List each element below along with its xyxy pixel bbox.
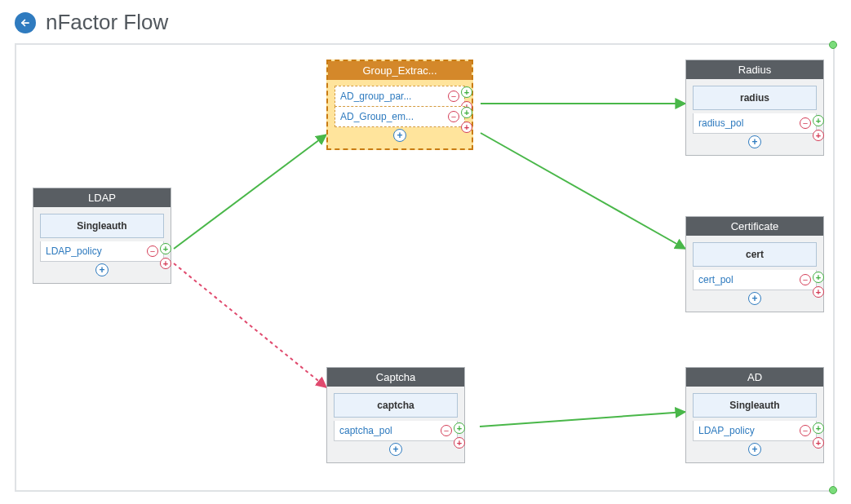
next-factor-fail-port[interactable]: + <box>160 258 171 269</box>
login-schema[interactable]: radius <box>693 86 817 110</box>
next-factor-fail-port[interactable]: + <box>813 286 824 298</box>
node-title: Certificate <box>686 217 823 236</box>
add-policy-button[interactable]: + <box>393 129 406 142</box>
node-body: radius radius_pol − + + + <box>686 79 823 150</box>
node-body: AD_group_par... − + + AD_Group_em... − +… <box>328 80 472 144</box>
node-body: cert cert_pol − + + + <box>686 236 823 307</box>
node-ad[interactable]: AD Singleauth LDAP_policy − + + + <box>685 367 824 463</box>
svg-line-0 <box>174 135 326 249</box>
next-factor-fail-port[interactable]: + <box>813 437 824 449</box>
flow-canvas[interactable]: LDAP Singleauth LDAP_policy − + + + Grou… <box>15 43 835 492</box>
add-policy-button[interactable]: + <box>748 443 761 456</box>
node-title: Captcha <box>327 368 464 387</box>
node-captcha[interactable]: Captcha captcha captcha_pol − + + + <box>326 367 465 463</box>
policy-row[interactable]: AD_Group_em... − + + <box>335 106 465 127</box>
node-group-extract[interactable]: Group_Extrac... AD_group_par... − + + AD… <box>326 60 473 150</box>
svg-line-4 <box>480 412 685 427</box>
next-factor-success-port[interactable]: + <box>160 243 171 254</box>
next-factor-fail-port[interactable]: + <box>454 437 465 449</box>
login-schema[interactable]: cert <box>693 242 817 267</box>
login-schema[interactable]: Singleauth <box>693 393 817 418</box>
policy-link[interactable]: AD_Group_em... <box>340 111 414 122</box>
add-policy-button[interactable]: + <box>748 292 761 305</box>
remove-policy-button[interactable]: − <box>147 245 158 257</box>
next-factor-success-port[interactable]: + <box>813 272 824 283</box>
remove-policy-button[interactable]: − <box>800 274 811 285</box>
policy-link[interactable]: radius_pol <box>698 117 743 129</box>
next-factor-success-port[interactable]: + <box>461 86 472 98</box>
svg-line-3 <box>481 133 685 249</box>
node-title: LDAP <box>33 188 171 207</box>
node-title: AD <box>686 368 823 387</box>
next-factor-fail-port[interactable]: + <box>461 122 472 133</box>
policy-link[interactable]: AD_group_par... <box>340 91 411 102</box>
add-policy-button[interactable]: + <box>389 443 402 456</box>
login-schema[interactable]: Singleauth <box>40 214 164 238</box>
node-title: Radius <box>686 60 823 79</box>
policy-row[interactable]: AD_group_par... − + + <box>335 86 465 107</box>
policy-link[interactable]: LDAP_policy <box>46 245 102 257</box>
node-body: Singleauth LDAP_policy − + + + <box>686 387 823 458</box>
node-body: Singleauth LDAP_policy − + + + <box>33 207 171 278</box>
login-schema[interactable]: captcha <box>334 393 458 418</box>
remove-policy-button[interactable]: − <box>800 117 811 129</box>
next-factor-success-port[interactable]: + <box>813 115 824 126</box>
back-button[interactable] <box>15 12 36 33</box>
policy-row[interactable]: LDAP_policy − + + <box>40 241 164 262</box>
canvas-handle-se[interactable] <box>829 486 837 494</box>
policy-row[interactable]: cert_pol − + + <box>693 270 817 290</box>
node-body: captcha captcha_pol − + + + <box>327 387 464 458</box>
policy-row[interactable]: LDAP_policy − + + <box>693 421 817 441</box>
node-ldap[interactable]: LDAP Singleauth LDAP_policy − + + + <box>33 188 171 284</box>
policy-link[interactable]: LDAP_policy <box>698 425 755 436</box>
add-policy-button[interactable]: + <box>95 263 109 276</box>
remove-policy-button[interactable]: − <box>448 91 459 102</box>
arrow-left-icon <box>20 17 31 29</box>
policy-link[interactable]: cert_pol <box>698 274 734 285</box>
policy-row[interactable]: radius_pol − + + <box>693 113 817 134</box>
policy-row[interactable]: captcha_pol − + + <box>334 421 458 441</box>
page-title: nFactor Flow <box>46 10 168 35</box>
add-policy-button[interactable]: + <box>748 135 761 148</box>
svg-line-1 <box>174 263 326 387</box>
node-certificate[interactable]: Certificate cert cert_pol − + + + <box>685 216 824 312</box>
remove-policy-button[interactable]: − <box>800 425 811 436</box>
remove-policy-button[interactable]: − <box>448 111 459 122</box>
next-factor-success-port[interactable]: + <box>454 422 465 434</box>
canvas-handle-ne[interactable] <box>829 41 837 49</box>
next-factor-success-port[interactable]: + <box>813 422 824 434</box>
remove-policy-button[interactable]: − <box>441 425 452 436</box>
page-header: nFactor Flow <box>15 10 836 35</box>
next-factor-fail-port[interactable]: + <box>813 130 824 141</box>
node-title: Group_Extrac... <box>328 61 472 80</box>
node-radius[interactable]: Radius radius radius_pol − + + + <box>685 60 824 156</box>
next-factor-success-port[interactable]: + <box>461 107 472 118</box>
policy-link[interactable]: captcha_pol <box>339 425 392 436</box>
